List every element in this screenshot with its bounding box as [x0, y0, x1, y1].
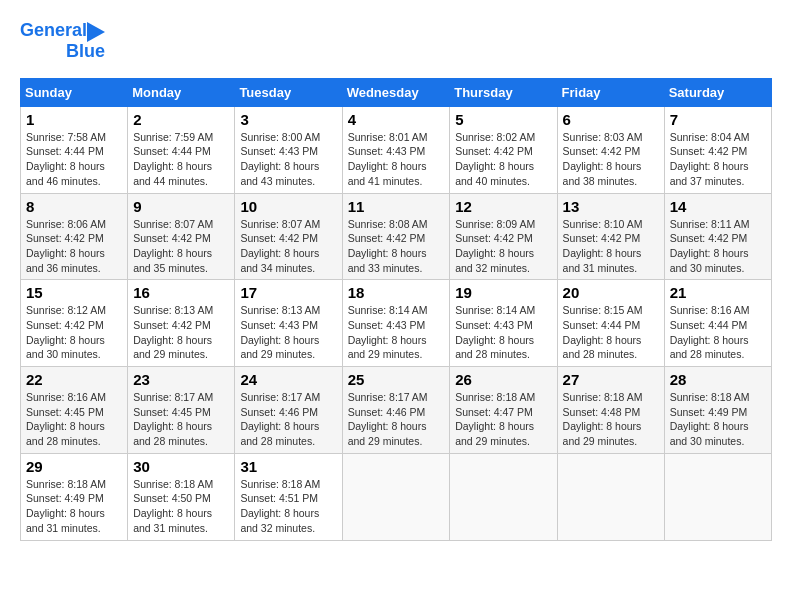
day-info: Sunrise: 8:12 AMSunset: 4:42 PMDaylight:… — [26, 303, 122, 362]
day-number: 16 — [133, 284, 229, 301]
day-info: Sunrise: 8:18 AMSunset: 4:48 PMDaylight:… — [563, 390, 659, 449]
weekday-header: Saturday — [664, 78, 771, 106]
day-number: 5 — [455, 111, 551, 128]
logo: General Blue — [20, 20, 105, 62]
calendar-week-row: 15Sunrise: 8:12 AMSunset: 4:42 PMDayligh… — [21, 280, 772, 367]
day-info: Sunrise: 8:13 AMSunset: 4:43 PMDaylight:… — [240, 303, 336, 362]
calendar-table: SundayMondayTuesdayWednesdayThursdayFrid… — [20, 78, 772, 541]
day-number: 9 — [133, 198, 229, 215]
calendar-cell: 13Sunrise: 8:10 AMSunset: 4:42 PMDayligh… — [557, 193, 664, 280]
day-number: 25 — [348, 371, 445, 388]
day-number: 11 — [348, 198, 445, 215]
day-info: Sunrise: 8:10 AMSunset: 4:42 PMDaylight:… — [563, 217, 659, 276]
day-number: 8 — [26, 198, 122, 215]
day-number: 22 — [26, 371, 122, 388]
day-number: 24 — [240, 371, 336, 388]
day-number: 17 — [240, 284, 336, 301]
day-info: Sunrise: 8:13 AMSunset: 4:42 PMDaylight:… — [133, 303, 229, 362]
day-info: Sunrise: 7:58 AMSunset: 4:44 PMDaylight:… — [26, 130, 122, 189]
day-number: 1 — [26, 111, 122, 128]
calendar-cell: 24Sunrise: 8:17 AMSunset: 4:46 PMDayligh… — [235, 367, 342, 454]
day-number: 15 — [26, 284, 122, 301]
weekday-header: Thursday — [450, 78, 557, 106]
day-info: Sunrise: 7:59 AMSunset: 4:44 PMDaylight:… — [133, 130, 229, 189]
day-number: 14 — [670, 198, 766, 215]
calendar-cell: 29Sunrise: 8:18 AMSunset: 4:49 PMDayligh… — [21, 453, 128, 540]
calendar-cell: 5Sunrise: 8:02 AMSunset: 4:42 PMDaylight… — [450, 106, 557, 193]
calendar-week-row: 29Sunrise: 8:18 AMSunset: 4:49 PMDayligh… — [21, 453, 772, 540]
day-info: Sunrise: 8:17 AMSunset: 4:46 PMDaylight:… — [348, 390, 445, 449]
day-info: Sunrise: 8:17 AMSunset: 4:46 PMDaylight:… — [240, 390, 336, 449]
calendar-cell: 23Sunrise: 8:17 AMSunset: 4:45 PMDayligh… — [128, 367, 235, 454]
calendar-cell: 9Sunrise: 8:07 AMSunset: 4:42 PMDaylight… — [128, 193, 235, 280]
calendar-cell: 28Sunrise: 8:18 AMSunset: 4:49 PMDayligh… — [664, 367, 771, 454]
calendar-cell: 22Sunrise: 8:16 AMSunset: 4:45 PMDayligh… — [21, 367, 128, 454]
calendar-cell: 30Sunrise: 8:18 AMSunset: 4:50 PMDayligh… — [128, 453, 235, 540]
weekday-header-row: SundayMondayTuesdayWednesdayThursdayFrid… — [21, 78, 772, 106]
day-info: Sunrise: 8:17 AMSunset: 4:45 PMDaylight:… — [133, 390, 229, 449]
day-number: 2 — [133, 111, 229, 128]
calendar-week-row: 8Sunrise: 8:06 AMSunset: 4:42 PMDaylight… — [21, 193, 772, 280]
day-info: Sunrise: 8:18 AMSunset: 4:49 PMDaylight:… — [670, 390, 766, 449]
calendar-cell: 8Sunrise: 8:06 AMSunset: 4:42 PMDaylight… — [21, 193, 128, 280]
calendar-cell: 16Sunrise: 8:13 AMSunset: 4:42 PMDayligh… — [128, 280, 235, 367]
logo-text2: Blue — [66, 42, 105, 62]
day-info: Sunrise: 8:00 AMSunset: 4:43 PMDaylight:… — [240, 130, 336, 189]
calendar-cell — [342, 453, 450, 540]
day-info: Sunrise: 8:08 AMSunset: 4:42 PMDaylight:… — [348, 217, 445, 276]
header: General Blue — [20, 20, 772, 62]
calendar-cell: 18Sunrise: 8:14 AMSunset: 4:43 PMDayligh… — [342, 280, 450, 367]
day-info: Sunrise: 8:14 AMSunset: 4:43 PMDaylight:… — [455, 303, 551, 362]
day-number: 13 — [563, 198, 659, 215]
calendar-cell: 21Sunrise: 8:16 AMSunset: 4:44 PMDayligh… — [664, 280, 771, 367]
day-info: Sunrise: 8:18 AMSunset: 4:47 PMDaylight:… — [455, 390, 551, 449]
day-number: 28 — [670, 371, 766, 388]
calendar-cell: 4Sunrise: 8:01 AMSunset: 4:43 PMDaylight… — [342, 106, 450, 193]
day-info: Sunrise: 8:07 AMSunset: 4:42 PMDaylight:… — [133, 217, 229, 276]
calendar-cell: 15Sunrise: 8:12 AMSunset: 4:42 PMDayligh… — [21, 280, 128, 367]
day-info: Sunrise: 8:18 AMSunset: 4:50 PMDaylight:… — [133, 477, 229, 536]
calendar-cell: 26Sunrise: 8:18 AMSunset: 4:47 PMDayligh… — [450, 367, 557, 454]
day-number: 10 — [240, 198, 336, 215]
calendar-cell — [450, 453, 557, 540]
calendar-cell: 31Sunrise: 8:18 AMSunset: 4:51 PMDayligh… — [235, 453, 342, 540]
calendar-cell — [664, 453, 771, 540]
calendar-week-row: 1Sunrise: 7:58 AMSunset: 4:44 PMDaylight… — [21, 106, 772, 193]
day-number: 26 — [455, 371, 551, 388]
day-info: Sunrise: 8:18 AMSunset: 4:51 PMDaylight:… — [240, 477, 336, 536]
calendar-cell: 3Sunrise: 8:00 AMSunset: 4:43 PMDaylight… — [235, 106, 342, 193]
weekday-header: Friday — [557, 78, 664, 106]
day-number: 27 — [563, 371, 659, 388]
calendar-cell — [557, 453, 664, 540]
calendar-cell: 20Sunrise: 8:15 AMSunset: 4:44 PMDayligh… — [557, 280, 664, 367]
logo-arrow-icon — [87, 22, 105, 42]
day-number: 7 — [670, 111, 766, 128]
calendar-cell: 7Sunrise: 8:04 AMSunset: 4:42 PMDaylight… — [664, 106, 771, 193]
day-info: Sunrise: 8:18 AMSunset: 4:49 PMDaylight:… — [26, 477, 122, 536]
day-number: 21 — [670, 284, 766, 301]
calendar-week-row: 22Sunrise: 8:16 AMSunset: 4:45 PMDayligh… — [21, 367, 772, 454]
day-info: Sunrise: 8:03 AMSunset: 4:42 PMDaylight:… — [563, 130, 659, 189]
calendar-cell: 17Sunrise: 8:13 AMSunset: 4:43 PMDayligh… — [235, 280, 342, 367]
day-number: 29 — [26, 458, 122, 475]
calendar-cell: 2Sunrise: 7:59 AMSunset: 4:44 PMDaylight… — [128, 106, 235, 193]
day-number: 6 — [563, 111, 659, 128]
calendar-cell: 25Sunrise: 8:17 AMSunset: 4:46 PMDayligh… — [342, 367, 450, 454]
day-number: 12 — [455, 198, 551, 215]
day-info: Sunrise: 8:06 AMSunset: 4:42 PMDaylight:… — [26, 217, 122, 276]
calendar-cell: 19Sunrise: 8:14 AMSunset: 4:43 PMDayligh… — [450, 280, 557, 367]
calendar-cell: 11Sunrise: 8:08 AMSunset: 4:42 PMDayligh… — [342, 193, 450, 280]
day-number: 31 — [240, 458, 336, 475]
calendar-cell: 14Sunrise: 8:11 AMSunset: 4:42 PMDayligh… — [664, 193, 771, 280]
logo-text: General — [20, 21, 87, 41]
calendar-cell: 1Sunrise: 7:58 AMSunset: 4:44 PMDaylight… — [21, 106, 128, 193]
weekday-header: Monday — [128, 78, 235, 106]
calendar-cell: 6Sunrise: 8:03 AMSunset: 4:42 PMDaylight… — [557, 106, 664, 193]
day-number: 20 — [563, 284, 659, 301]
day-number: 30 — [133, 458, 229, 475]
day-info: Sunrise: 8:16 AMSunset: 4:45 PMDaylight:… — [26, 390, 122, 449]
day-number: 19 — [455, 284, 551, 301]
calendar-cell: 10Sunrise: 8:07 AMSunset: 4:42 PMDayligh… — [235, 193, 342, 280]
day-info: Sunrise: 8:16 AMSunset: 4:44 PMDaylight:… — [670, 303, 766, 362]
weekday-header: Wednesday — [342, 78, 450, 106]
